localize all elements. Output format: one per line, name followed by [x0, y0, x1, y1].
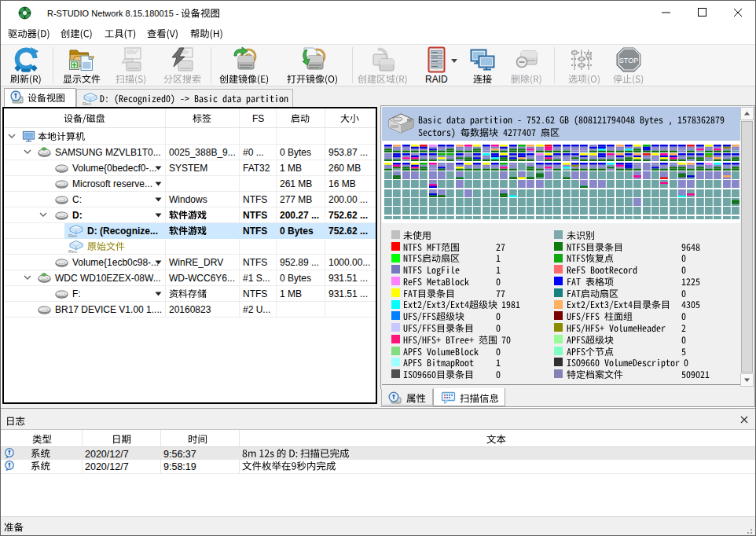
svg-text:STOP: STOP	[619, 57, 638, 64]
svg-text:Rec.: Rec.	[68, 249, 79, 254]
svg-text:Rec.: Rec.	[68, 233, 79, 238]
svg-text:Rec.: Rec.	[83, 101, 93, 106]
